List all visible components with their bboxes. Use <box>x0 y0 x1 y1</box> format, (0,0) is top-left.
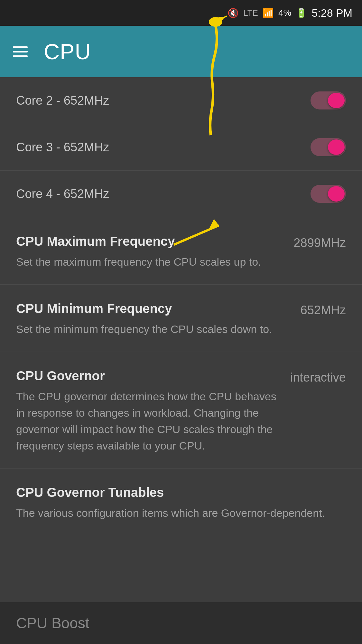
cpu-min-freq-section[interactable]: CPU Minimum Frequency Set the minimum fr… <box>0 285 362 352</box>
content-area: Core 2 - 652MHz Core 3 - 652MHz Core 4 -… <box>0 77 362 535</box>
battery-percent: 4% <box>278 8 291 18</box>
core4-toggle-thumb <box>328 186 345 202</box>
cpu-max-freq-section[interactable]: CPU Maximum Frequency Set the maximum fr… <box>0 217 362 285</box>
core3-toggle-thumb <box>328 139 345 155</box>
core3-toggle-row: Core 3 - 652MHz <box>0 124 362 171</box>
battery-icon: 🔋 <box>296 8 307 18</box>
cpu-max-freq-title: CPU Maximum Frequency <box>16 234 284 249</box>
bottom-bar-label: CPU Boost <box>16 614 89 632</box>
cpu-governor-tunables-section[interactable]: CPU Governor Tunables The various config… <box>0 469 362 535</box>
signal-icon: 📶 <box>263 8 274 18</box>
cpu-governor-section[interactable]: CPU Governor The CPU governor determines… <box>0 352 362 469</box>
cpu-governor-description: The CPU governor determines how the CPU … <box>16 388 281 454</box>
core2-label: Core 2 - 652MHz <box>16 94 109 108</box>
status-bar: 🔇 LTE 📶 4% 🔋 5:28 PM <box>0 0 362 26</box>
core3-toggle[interactable] <box>311 138 346 156</box>
app-bar: CPU <box>0 26 362 77</box>
mute-icon: 🔇 <box>227 8 239 18</box>
cpu-governor-value: interactive <box>290 369 346 384</box>
core2-toggle-row: Core 2 - 652MHz <box>0 77 362 124</box>
core3-label: Core 3 - 652MHz <box>16 140 109 154</box>
cpu-min-freq-title: CPU Minimum Frequency <box>16 301 291 316</box>
cpu-min-freq-description: Set the minimum frequency the CPU scales… <box>16 321 291 337</box>
cpu-governor-tunables-description: The various configuration items which ar… <box>16 505 346 521</box>
core4-toggle-row: Core 4 - 652MHz <box>0 171 362 217</box>
status-icons: 🔇 LTE 📶 4% 🔋 5:28 PM <box>227 7 352 19</box>
cpu-max-freq-description: Set the maximum frequency the CPU scales… <box>16 254 284 270</box>
cpu-max-freq-text: CPU Maximum Frequency Set the maximum fr… <box>16 234 293 270</box>
cpu-min-freq-value: 652MHz <box>301 301 346 317</box>
cpu-governor-tunables-title: CPU Governor Tunables <box>16 485 346 500</box>
cpu-governor-text: CPU Governor The CPU governor determines… <box>16 369 290 454</box>
cpu-max-freq-value: 2899MHz <box>293 234 346 250</box>
core2-toggle[interactable] <box>311 91 346 109</box>
page-title: CPU <box>44 39 91 64</box>
core4-toggle[interactable] <box>311 185 346 203</box>
hamburger-menu-button[interactable] <box>13 46 28 57</box>
cpu-min-freq-text: CPU Minimum Frequency Set the minimum fr… <box>16 301 301 337</box>
core2-toggle-thumb <box>328 93 345 108</box>
core4-label: Core 4 - 652MHz <box>16 187 109 201</box>
status-time: 5:28 PM <box>311 7 352 19</box>
bottom-bar: CPU Boost <box>0 602 362 644</box>
cpu-governor-title: CPU Governor <box>16 369 281 383</box>
lte-icon: LTE <box>243 8 258 18</box>
